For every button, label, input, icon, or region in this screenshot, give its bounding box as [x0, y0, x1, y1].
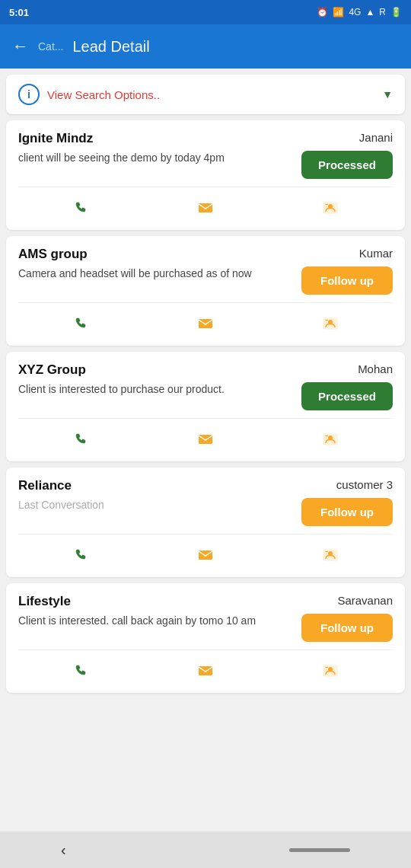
email-button[interactable]: [190, 423, 221, 454]
lead-header: XYZ Group Mohan: [18, 362, 393, 378]
bottom-nav: ‹: [0, 831, 411, 868]
status-button[interactable]: Processed: [301, 151, 393, 179]
contact-button[interactable]: [315, 539, 346, 570]
lead-note: Client is interested. call back again by…: [18, 614, 294, 629]
svg-point-5: [70, 312, 91, 333]
lead-body: Client is interested to purchase our pro…: [18, 382, 393, 410]
lead-note: client will be seeing the demo by today …: [18, 151, 294, 166]
lead-card-ams-group: AMS group Kumar Camera and headset will …: [6, 236, 405, 346]
lead-name: XYZ Group: [18, 362, 86, 378]
lead-agent: Janani: [359, 131, 393, 144]
lead-note: Client is interested to purchase our pro…: [18, 382, 294, 397]
lead-actions: [18, 649, 393, 685]
lead-name: Ignite Mindz: [18, 131, 93, 146]
status-button[interactable]: Follow up: [301, 498, 393, 526]
lead-name: AMS group: [18, 247, 88, 262]
lead-header: Ignite Mindz Janani: [18, 131, 393, 146]
status-button[interactable]: Follow up: [301, 266, 393, 295]
lead-card-ignite-mindz: Ignite Mindz Janani client will be seein…: [6, 120, 405, 230]
svg-point-20: [70, 659, 91, 681]
lead-actions: [18, 534, 393, 570]
svg-point-10: [70, 428, 91, 449]
svg-rect-21: [199, 666, 212, 675]
svg-rect-24: [325, 667, 328, 668]
status-bar: 5:01 ⏰ 📶 4G ▲ R 🔋: [0, 0, 411, 24]
contact-button[interactable]: [315, 192, 346, 222]
header: ← Cat... Lead Detail: [0, 24, 411, 69]
search-options-left: i View Search Options..: [18, 84, 160, 105]
lead-agent: customer 3: [336, 478, 393, 491]
lead-header: Reliance customer 3: [18, 478, 393, 493]
lead-note: Camera and headset will be purchased as …: [18, 266, 294, 282]
network-icon: 4G: [349, 7, 361, 18]
leads-list: Ignite Mindz Janani client will be seein…: [0, 120, 411, 705]
status-time: 5:01: [9, 7, 29, 18]
svg-point-15: [70, 544, 91, 565]
wifi-icon: 📶: [333, 7, 344, 18]
email-button[interactable]: [190, 192, 221, 222]
alarm-icon: ⏰: [317, 7, 328, 18]
page-title: Lead Detail: [72, 38, 149, 56]
lead-card-xyz-group: XYZ Group Mohan Client is interested to …: [6, 352, 405, 461]
svg-rect-9: [325, 320, 328, 321]
contact-button[interactable]: [315, 308, 346, 338]
lead-card-reliance: Reliance customer 3 Last Conversation Fo…: [6, 468, 405, 577]
lead-body: Camera and headset will be purchased as …: [18, 266, 393, 295]
contact-button[interactable]: [315, 655, 346, 685]
info-icon: i: [18, 84, 40, 105]
lead-name: Reliance: [18, 478, 72, 493]
r-icon: R: [379, 7, 386, 18]
nav-home-pill[interactable]: [289, 848, 350, 852]
breadcrumb: Cat...: [38, 40, 63, 53]
lead-header: Lifestyle Saravanan: [18, 594, 393, 609]
lead-body: client will be seeing the demo by today …: [18, 151, 393, 179]
nav-back-button[interactable]: ‹: [61, 841, 66, 859]
svg-point-0: [70, 196, 91, 218]
search-options-bar[interactable]: i View Search Options.. ▼: [6, 75, 405, 114]
lead-name: Lifestyle: [18, 594, 71, 609]
lead-card-lifestyle: Lifestyle Saravanan Client is interested…: [6, 583, 405, 693]
svg-rect-16: [199, 550, 212, 560]
svg-rect-1: [199, 203, 212, 212]
svg-rect-11: [199, 435, 212, 444]
lead-note-placeholder: Last Conversation: [18, 498, 294, 513]
signal-icon: ▲: [365, 7, 374, 18]
status-button[interactable]: Processed: [301, 382, 393, 410]
email-button[interactable]: [190, 539, 221, 570]
status-icons: ⏰ 📶 4G ▲ R 🔋: [317, 7, 402, 18]
svg-rect-6: [199, 319, 212, 328]
lead-actions: [18, 187, 393, 222]
lead-header: AMS group Kumar: [18, 247, 393, 262]
svg-rect-4: [325, 204, 328, 205]
svg-rect-19: [325, 551, 328, 552]
phone-button[interactable]: [65, 655, 96, 685]
lead-agent: Mohan: [358, 362, 393, 375]
phone-button[interactable]: [65, 423, 96, 454]
lead-body: Client is interested. call back again by…: [18, 614, 393, 642]
email-button[interactable]: [190, 655, 221, 685]
phone-button[interactable]: [65, 308, 96, 338]
lead-actions: [18, 418, 393, 454]
email-button[interactable]: [190, 308, 221, 338]
search-options-text[interactable]: View Search Options..: [47, 88, 160, 101]
status-button[interactable]: Follow up: [301, 614, 393, 642]
lead-agent: Saravanan: [337, 594, 393, 607]
phone-button[interactable]: [65, 192, 96, 222]
contact-button[interactable]: [315, 423, 346, 454]
lead-actions: [18, 302, 393, 338]
lead-agent: Kumar: [359, 247, 393, 260]
svg-rect-14: [325, 436, 328, 436]
battery-icon: 🔋: [390, 7, 402, 18]
lead-body: Last Conversation Follow up: [18, 498, 393, 526]
back-button[interactable]: ←: [12, 38, 29, 55]
phone-button[interactable]: [65, 539, 96, 570]
dropdown-arrow-icon[interactable]: ▼: [382, 88, 393, 101]
